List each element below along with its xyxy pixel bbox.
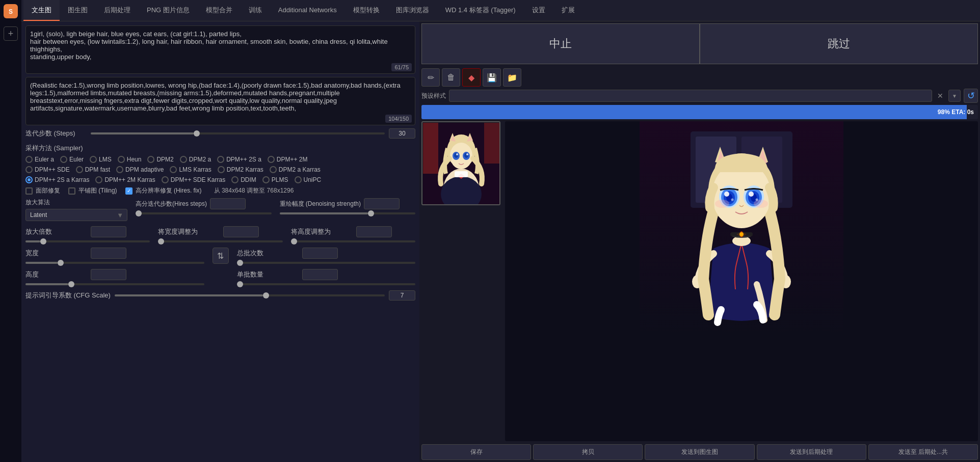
main-image[interactable]	[505, 121, 978, 441]
tab-postprocess[interactable]: 后期处理	[96, 0, 139, 21]
cfg-scale-thumb[interactable]	[263, 292, 269, 298]
upscaler-select[interactable]: Latent Lanczos ESRGAN_4x R-ESRGAN 4x+	[25, 209, 127, 221]
batch-size-slider[interactable]	[237, 283, 416, 285]
tab-merge[interactable]: 模型合并	[198, 0, 241, 21]
denoise-thumb[interactable]	[368, 210, 374, 216]
sampler-lms-karras[interactable]: LMS Karras	[170, 166, 211, 173]
sampler-dpmpp-sde-karras[interactable]: DPM++ SDE Karras	[162, 176, 225, 183]
sampler-dpmpp-2m[interactable]: DPM++ 2M	[268, 156, 308, 163]
height-input[interactable]: 656	[91, 269, 126, 280]
send-to-extra-button[interactable]: 发送至 后期处...共	[868, 444, 978, 460]
batch-size-thumb[interactable]	[237, 281, 243, 287]
width-input[interactable]: 384	[91, 248, 126, 259]
radio-dpmpp-sde-karras	[162, 176, 169, 183]
thumbnail-container	[421, 121, 503, 441]
height-adjust-slider[interactable]	[291, 240, 415, 242]
preset-apply-button[interactable]: ↺	[964, 89, 978, 103]
denoise-label: 重绘幅度 (Denoising strength)	[280, 200, 361, 208]
stop-button[interactable]: 中止	[421, 23, 700, 64]
save-button[interactable]: 💾	[483, 68, 501, 87]
magnify-thumb[interactable]	[40, 238, 46, 244]
tab-additional-networks[interactable]: Additional Networks	[270, 0, 345, 21]
sampler-dpm2-a-karras[interactable]: DPM2 a Karras	[270, 166, 321, 173]
batch-count-slider[interactable]	[237, 262, 416, 264]
plus-icon: +	[8, 29, 14, 39]
height-thumb[interactable]	[68, 281, 74, 287]
height-slider[interactable]	[25, 283, 204, 285]
folder-button[interactable]: 📁	[503, 68, 521, 87]
cfg-scale-slider[interactable]	[115, 294, 385, 296]
hires-note: 从 384x648 调整至 768x1296	[214, 186, 294, 195]
pencil-button[interactable]: ✏	[421, 68, 440, 87]
magnify-slider[interactable]	[25, 240, 150, 242]
hires-steps-slider[interactable]	[136, 212, 272, 214]
save-image-button[interactable]: 保存	[421, 444, 531, 460]
trash-button[interactable]: 🗑	[442, 68, 460, 87]
steps-thumb[interactable]	[194, 130, 200, 137]
tab-tagger[interactable]: WD 1.4 标签器 (Tagger)	[437, 0, 524, 21]
denoise-slider[interactable]	[280, 212, 416, 214]
sampler-dpmpp-sde[interactable]: DPM++ SDE	[25, 166, 70, 173]
height-adjust-thumb[interactable]	[291, 238, 297, 244]
sampler-dpm2-karras[interactable]: DPM2 Karras	[218, 166, 263, 173]
hires-steps-thumb[interactable]	[136, 210, 142, 216]
positive-prompt-input[interactable]: 1girl, (solo), ligh beige hair, blue eye…	[26, 26, 415, 72]
width-adjust-slider[interactable]	[158, 240, 282, 242]
sampler-dpmpp-2s-a[interactable]: DPM++ 2S a	[217, 156, 261, 163]
tab-img2img[interactable]: 图生图	[60, 0, 96, 21]
sampler-heun[interactable]: Heun	[118, 156, 142, 163]
height-adjust-input[interactable]: 0	[356, 226, 392, 237]
steps-value[interactable]: 30	[389, 128, 415, 139]
sampler-dpm-fast[interactable]: DPM fast	[76, 166, 110, 173]
app-logo: S	[4, 4, 18, 18]
sampler-dpmpp-2m-karras[interactable]: DPM++ 2M Karras	[95, 176, 155, 183]
sampler-ddim[interactable]: DDIM	[231, 176, 256, 183]
negative-prompt-input[interactable]: (Realistic face:1.5),wrong limb position…	[26, 77, 415, 123]
sampler-plms[interactable]: PLMS	[262, 176, 288, 183]
sidebar: S +	[0, 0, 21, 462]
tab-gallery[interactable]: 图库浏览器	[388, 0, 437, 21]
steps-slider[interactable]	[91, 132, 385, 134]
send-to-img2img-button[interactable]: 发送到图生图	[645, 444, 754, 460]
hires-fix-checkbox[interactable]: 高分辨率修复 (Hires. fix)	[125, 186, 202, 195]
batch-count-input[interactable]: 1	[302, 248, 338, 259]
thumbnail-image[interactable]	[421, 121, 500, 205]
preset-input[interactable]	[449, 90, 932, 102]
batch-count-thumb[interactable]	[237, 260, 243, 266]
preset-clear-button[interactable]: ✕	[935, 92, 945, 100]
width-adjust-input[interactable]: 0	[223, 226, 259, 237]
preset-dropdown-button[interactable]: ▼	[948, 90, 961, 102]
skip-button[interactable]: 跳过	[700, 23, 978, 64]
tab-txt2img[interactable]: 文生图	[23, 0, 60, 21]
width-thumb[interactable]	[58, 260, 64, 266]
sampler-lms[interactable]: LMS	[90, 156, 112, 163]
hires-steps-input[interactable]: 0	[210, 198, 246, 209]
sampler-euler-a[interactable]: Euler a	[25, 156, 54, 163]
sampler-euler[interactable]: Euler	[60, 156, 84, 163]
copy-button[interactable]: 拷贝	[533, 444, 643, 460]
cfg-scale-value[interactable]: 7	[389, 290, 415, 301]
batch-size-input[interactable]: 1	[302, 269, 338, 280]
send-to-postprocess-button[interactable]: 发送到后期处理	[757, 444, 866, 460]
magnify-input[interactable]: 2	[91, 226, 126, 237]
bookmark-button[interactable]: ◆	[462, 68, 481, 87]
add-tab-button[interactable]: +	[4, 26, 18, 41]
tab-extensions[interactable]: 扩展	[553, 0, 583, 21]
tab-settings[interactable]: 设置	[524, 0, 553, 21]
radio-dpmpp-2m-karras	[95, 176, 102, 183]
tab-png-info[interactable]: PNG 图片信息	[139, 0, 198, 21]
sampler-dpm-adaptive[interactable]: DPM adaptive	[116, 166, 164, 173]
width-adjust-thumb[interactable]	[158, 238, 164, 244]
tab-train[interactable]: 训练	[241, 0, 270, 21]
sampler-dpmpp-2s-a-karras[interactable]: DPM++ 2S a Karras	[25, 176, 89, 183]
width-slider[interactable]	[25, 262, 204, 264]
denoise-input[interactable]: 0.7	[364, 198, 400, 209]
sampler-dpm2[interactable]: DPM2	[147, 156, 173, 163]
sampler-unipc[interactable]: UniPC	[295, 176, 322, 183]
tab-model-convert[interactable]: 模型转换	[345, 0, 388, 21]
tiling-checkbox[interactable]: 平铺图 (Tiling)	[68, 186, 117, 195]
sampler-dpm2-a[interactable]: DPM2 a	[180, 156, 211, 163]
face-restore-checkbox[interactable]: 面部修复	[25, 186, 60, 195]
cfg-scale-row: 提示词引导系数 (CFG Scale) 7	[25, 290, 415, 301]
swap-dimensions-button[interactable]: ⇅	[213, 248, 229, 264]
